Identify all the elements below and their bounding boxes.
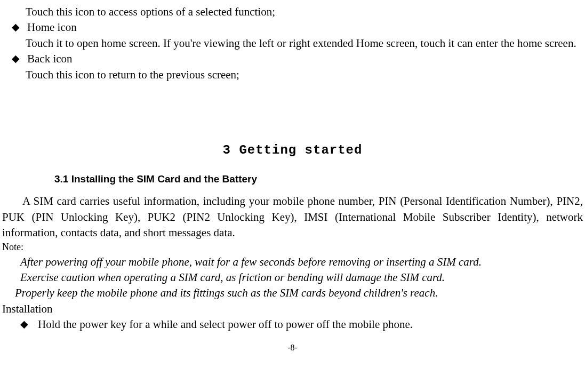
- subsection-title: 3.1 Installing the SIM Card and the Batt…: [2, 172, 583, 187]
- home-icon-bullet: ◆ Home icon: [2, 20, 583, 35]
- note-line-1: After powering off your mobile phone, wa…: [2, 254, 583, 270]
- options-description: Touch this icon to access options of a s…: [2, 4, 583, 20]
- note-line-2: Exercise caution when operating a SIM ca…: [2, 270, 583, 285]
- diamond-icon: ◆: [20, 317, 28, 332]
- diamond-icon: ◆: [12, 20, 20, 35]
- installation-bullet: ◆ Hold the power key for a while and sel…: [2, 317, 583, 332]
- page-number: -8-: [2, 342, 583, 354]
- home-icon-label: Home icon: [27, 20, 583, 35]
- installation-label: Installation: [2, 301, 583, 317]
- back-icon-description: Touch this icon to return to the previou…: [2, 67, 583, 83]
- back-icon-bullet: ◆ Back icon: [2, 51, 583, 67]
- section-title: 3 Getting started: [2, 141, 583, 159]
- installation-step: Hold the power key for a while and selec…: [38, 317, 583, 332]
- note-label: Note:: [2, 241, 583, 254]
- back-icon-label: Back icon: [27, 51, 583, 67]
- home-icon-description: Touch it to open home screen. If you're …: [2, 36, 583, 51]
- diamond-icon: ◆: [12, 51, 20, 67]
- sim-paragraph: A SIM card carries useful information, i…: [2, 194, 583, 241]
- note-line-3: Properly keep the mobile phone and its f…: [2, 285, 583, 301]
